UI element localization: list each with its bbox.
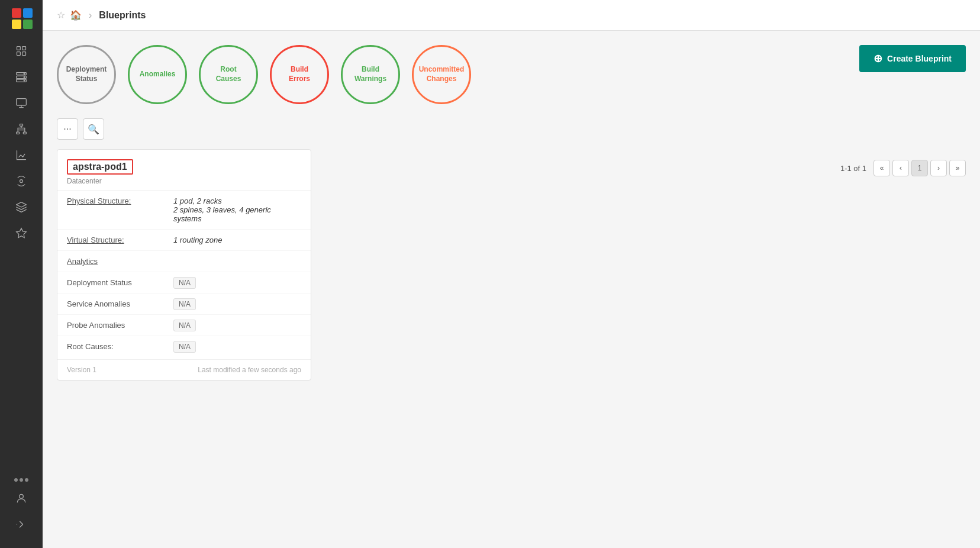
- status-circle-anomalies[interactable]: Anomalies: [128, 45, 187, 104]
- sidebar-item-layers[interactable]: [7, 195, 36, 219]
- app-logo: [9, 6, 33, 30]
- physical-structure-line1: 1 pod, 2 racks: [173, 196, 222, 205]
- logo-red: [12, 8, 21, 18]
- pagination-prev[interactable]: ‹: [892, 160, 909, 176]
- logo-green: [23, 20, 33, 29]
- card-header: apstra-pod1 Datacenter: [57, 150, 311, 191]
- svg-marker-15: [17, 228, 27, 238]
- more-dots-icon: ···: [63, 124, 71, 134]
- pagination-last[interactable]: »: [949, 160, 966, 176]
- svg-rect-3: [22, 52, 26, 56]
- svg-rect-0: [17, 47, 21, 50]
- pagination-info: 1-1 of 1: [840, 164, 866, 173]
- status-circle-build-warnings[interactable]: BuildWarnings: [341, 45, 400, 104]
- status-circle-label: RootCauses: [216, 65, 241, 83]
- create-blueprint-label: Create Blueprint: [887, 54, 952, 63]
- sidebar-item-servers[interactable]: [7, 65, 36, 89]
- pagination-next[interactable]: ›: [930, 160, 947, 176]
- sidebar-bottom: [7, 478, 36, 542]
- probe-anomalies-badge: N/A: [173, 320, 196, 331]
- create-blueprint-button[interactable]: ⊕ Create Blueprint: [859, 45, 966, 72]
- svg-point-7: [24, 73, 25, 75]
- sidebar-item-user[interactable]: [7, 486, 36, 510]
- status-circle-deployment[interactable]: DeploymentStatus: [57, 45, 116, 104]
- card-row-probe-anomalies: Probe Anomalies N/A: [57, 315, 311, 336]
- pagination-current[interactable]: 1: [911, 160, 928, 176]
- svg-point-8: [24, 77, 25, 78]
- card-row-physical: Physical Structure: 1 pod, 2 racks 2 spi…: [57, 191, 311, 230]
- card-row-virtual: Virtual Structure: 1 routing zone: [57, 230, 311, 251]
- card-row-root-causes: Root Causes: N/A: [57, 336, 311, 357]
- physical-structure-label[interactable]: Physical Structure:: [67, 196, 173, 205]
- root-causes-label: Root Causes:: [67, 342, 173, 351]
- probe-anomalies-label: Probe Anomalies: [67, 321, 173, 330]
- svg-rect-1: [22, 47, 26, 50]
- main-content: ☆ 🏠 › Blueprints DeploymentStatus Anomal…: [43, 0, 980, 548]
- status-circle-label: BuildErrors: [289, 65, 310, 83]
- search-button[interactable]: 🔍: [83, 118, 104, 140]
- home-icon[interactable]: 🏠: [70, 9, 82, 21]
- status-circle-uncommitted[interactable]: UncommittedChanges: [412, 45, 471, 104]
- logo-blue: [23, 8, 33, 18]
- status-circle-label: DeploymentStatus: [66, 65, 107, 83]
- toolbar: ··· 🔍: [57, 118, 966, 140]
- card-modified: Last modified a few seconds ago: [198, 366, 301, 374]
- card-version: Version 1: [67, 366, 96, 374]
- sidebar-nav: [7, 39, 36, 478]
- status-circle-label: BuildWarnings: [354, 65, 386, 83]
- service-anomalies-badge: N/A: [173, 298, 196, 310]
- card-footer: Version 1 Last modified a few seconds ag…: [57, 359, 311, 380]
- status-circle-label: UncommittedChanges: [419, 65, 465, 83]
- status-circles-row: DeploymentStatus Anomalies RootCauses Bu…: [57, 45, 966, 104]
- sidebar-item-tools[interactable]: [7, 169, 36, 193]
- logo-yellow: [12, 20, 21, 29]
- deployment-status-label: Deployment Status: [67, 278, 173, 287]
- probe-anomalies-value: N/A: [173, 321, 301, 330]
- card-body: Physical Structure: 1 pod, 2 racks 2 spi…: [57, 191, 311, 357]
- physical-structure-line2: 2 spines, 3 leaves, 4 generic systems: [173, 205, 271, 223]
- sidebar-item-dashboard[interactable]: [7, 39, 36, 63]
- sidebar-item-monitor[interactable]: [7, 91, 36, 115]
- breadcrumb-separator: ›: [89, 10, 92, 21]
- sidebar-item-collapse[interactable]: [7, 512, 36, 536]
- virtual-structure-label[interactable]: Virtual Structure:: [67, 236, 173, 244]
- svg-rect-2: [17, 52, 21, 56]
- sidebar-more-dots[interactable]: [14, 478, 28, 482]
- blueprint-type: Datacenter: [67, 177, 301, 185]
- sidebar: [0, 0, 43, 548]
- deployment-status-badge: N/A: [173, 277, 196, 289]
- svg-point-16: [20, 494, 24, 498]
- more-options-button[interactable]: ···: [57, 118, 78, 140]
- service-anomalies-label: Service Anomalies: [67, 299, 173, 308]
- virtual-structure-value: 1 routing zone: [173, 236, 301, 244]
- svg-rect-10: [17, 99, 27, 106]
- header: ☆ 🏠 › Blueprints: [43, 0, 980, 31]
- service-anomalies-value: N/A: [173, 299, 301, 308]
- root-causes-badge: N/A: [173, 341, 196, 353]
- status-circle-root-causes[interactable]: RootCauses: [199, 45, 258, 104]
- root-causes-value: N/A: [173, 342, 301, 351]
- blueprint-name[interactable]: apstra-pod1: [67, 159, 133, 175]
- card-row-deployment-status: Deployment Status N/A: [57, 272, 311, 294]
- favorite-icon[interactable]: ☆: [57, 9, 65, 21]
- physical-structure-value: 1 pod, 2 racks 2 spines, 3 leaves, 4 gen…: [173, 196, 301, 223]
- sidebar-item-star[interactable]: [7, 221, 36, 245]
- pagination: 1-1 of 1 « ‹ 1 › »: [840, 160, 966, 176]
- page-title: Blueprints: [99, 10, 146, 21]
- blueprint-card: apstra-pod1 Datacenter Physical Structur…: [57, 149, 311, 381]
- pagination-first[interactable]: «: [873, 160, 890, 176]
- status-circle-build-errors[interactable]: BuildErrors: [270, 45, 329, 104]
- card-row-service-anomalies: Service Anomalies N/A: [57, 294, 311, 315]
- card-row-analytics: Analytics: [57, 251, 311, 272]
- svg-point-9: [24, 80, 25, 81]
- status-circle-label: Anomalies: [140, 70, 176, 79]
- sidebar-item-chart[interactable]: [7, 143, 36, 167]
- plus-icon: ⊕: [873, 52, 882, 65]
- search-icon: 🔍: [88, 124, 99, 135]
- sidebar-item-network[interactable]: [7, 117, 36, 141]
- content-area: DeploymentStatus Anomalies RootCauses Bu…: [43, 31, 980, 548]
- analytics-label[interactable]: Analytics: [67, 257, 173, 266]
- deployment-status-value: N/A: [173, 278, 301, 287]
- svg-point-14: [20, 180, 23, 183]
